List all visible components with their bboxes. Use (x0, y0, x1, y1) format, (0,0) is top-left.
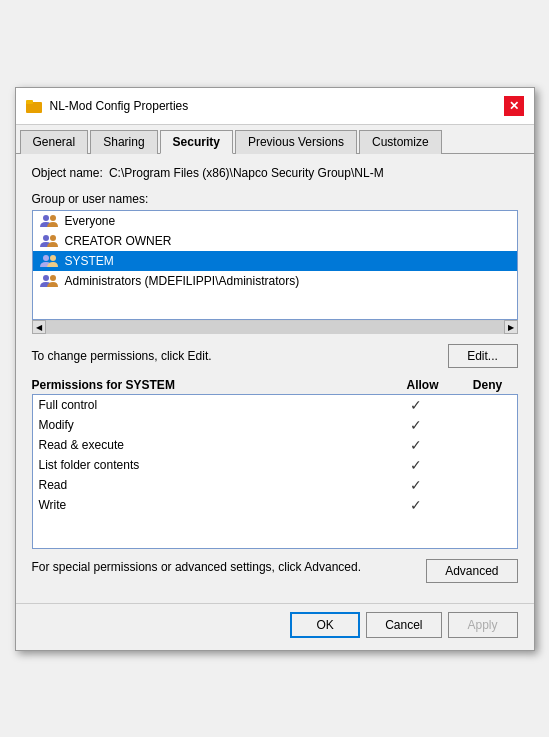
window-title: NL-Mod Config Properties (50, 99, 189, 113)
user-admins-icon (39, 273, 59, 289)
advanced-button[interactable]: Advanced (426, 559, 517, 583)
permissions-table-header: Permissions for SYSTEM Allow Deny (32, 378, 518, 394)
tab-bar: General Sharing Security Previous Versio… (16, 125, 534, 154)
permissions-change-text: To change permissions, click Edit. (32, 349, 212, 363)
perm-read-label: Read (39, 478, 381, 492)
close-button[interactable]: ✕ (504, 96, 524, 116)
perm-readexecute-allow: ✓ (381, 437, 451, 453)
perm-row-modify: Modify ✓ (33, 415, 517, 435)
perm-write-label: Write (39, 498, 381, 512)
list-item-everyone[interactable]: Everyone (33, 211, 517, 231)
perm-row-read: Read ✓ (33, 475, 517, 495)
dialog-footer: OK Cancel Apply (16, 603, 534, 650)
title-bar-left: NL-Mod Config Properties (26, 98, 189, 114)
permissions-change-row: To change permissions, click Edit. Edit.… (32, 344, 518, 368)
groups-label: Group or user names: (32, 192, 518, 206)
list-item-system-label: SYSTEM (65, 254, 114, 268)
list-item-system[interactable]: SYSTEM (33, 251, 517, 271)
tab-previous-versions[interactable]: Previous Versions (235, 130, 357, 154)
checkmark-modify-allow: ✓ (410, 417, 422, 433)
perm-fullcontrol-label: Full control (39, 398, 381, 412)
user-system-icon (39, 253, 59, 269)
perm-readexecute-label: Read & execute (39, 438, 381, 452)
list-item-admins[interactable]: Administrators (MDEFILIPPI\Administrator… (33, 271, 517, 291)
edit-button[interactable]: Edit... (448, 344, 518, 368)
perm-row-fullcontrol: Full control ✓ (33, 395, 517, 415)
advanced-row: For special permissions or advanced sett… (32, 559, 518, 583)
permissions-allow-col-header: Allow (388, 378, 458, 392)
perm-write-allow: ✓ (381, 497, 451, 513)
tab-customize[interactable]: Customize (359, 130, 442, 154)
perm-listfolder-allow: ✓ (381, 457, 451, 473)
svg-point-6 (43, 255, 49, 261)
permissions-deny-col-header: Deny (458, 378, 518, 392)
advanced-text: For special permissions or advanced sett… (32, 559, 427, 576)
checkmark-write-allow: ✓ (410, 497, 422, 513)
perm-row-listfolder: List folder contents ✓ (33, 455, 517, 475)
list-item-creator-label: CREATOR OWNER (65, 234, 172, 248)
tab-security[interactable]: Security (160, 130, 233, 154)
object-name-value: C:\Program Files (x86)\Napco Security Gr… (109, 166, 384, 180)
folder-icon (26, 98, 42, 114)
object-name-label: Object name: (32, 166, 103, 180)
users-listbox[interactable]: Everyone CREATOR OWNER (32, 210, 518, 320)
title-bar: NL-Mod Config Properties ✕ (16, 88, 534, 125)
perm-modify-label: Modify (39, 418, 381, 432)
checkmark-listfolder-allow: ✓ (410, 457, 422, 473)
perm-read-allow: ✓ (381, 477, 451, 493)
list-item-admins-label: Administrators (MDEFILIPPI\Administrator… (65, 274, 300, 288)
scroll-left-arrow[interactable]: ◀ (32, 320, 46, 334)
dialog-window: NL-Mod Config Properties ✕ General Shari… (15, 87, 535, 651)
ok-button[interactable]: OK (290, 612, 360, 638)
cancel-button[interactable]: Cancel (366, 612, 441, 638)
tab-sharing[interactable]: Sharing (90, 130, 157, 154)
permissions-for-label: Permissions for SYSTEM (32, 378, 388, 392)
perm-row-readexecute: Read & execute ✓ (33, 435, 517, 455)
svg-point-3 (50, 215, 56, 221)
svg-point-8 (43, 275, 49, 281)
user-everyone-icon (39, 213, 59, 229)
user-creator-icon (39, 233, 59, 249)
perm-listfolder-label: List folder contents (39, 458, 381, 472)
svg-point-4 (43, 235, 49, 241)
svg-point-7 (50, 255, 56, 261)
svg-point-9 (50, 275, 56, 281)
object-name-row: Object name: C:\Program Files (x86)\Napc… (32, 166, 518, 180)
list-item-creator[interactable]: CREATOR OWNER (33, 231, 517, 251)
apply-button[interactable]: Apply (448, 612, 518, 638)
perm-row-write: Write ✓ (33, 495, 517, 515)
horizontal-scrollbar[interactable]: ◀ ▶ (32, 320, 518, 334)
perm-fullcontrol-allow: ✓ (381, 397, 451, 413)
svg-point-2 (43, 215, 49, 221)
perm-modify-allow: ✓ (381, 417, 451, 433)
scroll-track[interactable] (46, 321, 504, 334)
content-area: Object name: C:\Program Files (x86)\Napc… (16, 154, 534, 597)
checkmark-fullcontrol-allow: ✓ (410, 397, 422, 413)
scroll-right-arrow[interactable]: ▶ (504, 320, 518, 334)
checkmark-read-allow: ✓ (410, 477, 422, 493)
tab-general[interactable]: General (20, 130, 89, 154)
list-item-everyone-label: Everyone (65, 214, 116, 228)
permissions-listbox[interactable]: Full control ✓ Modify ✓ Read & execute ✓… (32, 394, 518, 549)
svg-rect-1 (26, 100, 33, 104)
checkmark-readexecute-allow: ✓ (410, 437, 422, 453)
svg-point-5 (50, 235, 56, 241)
